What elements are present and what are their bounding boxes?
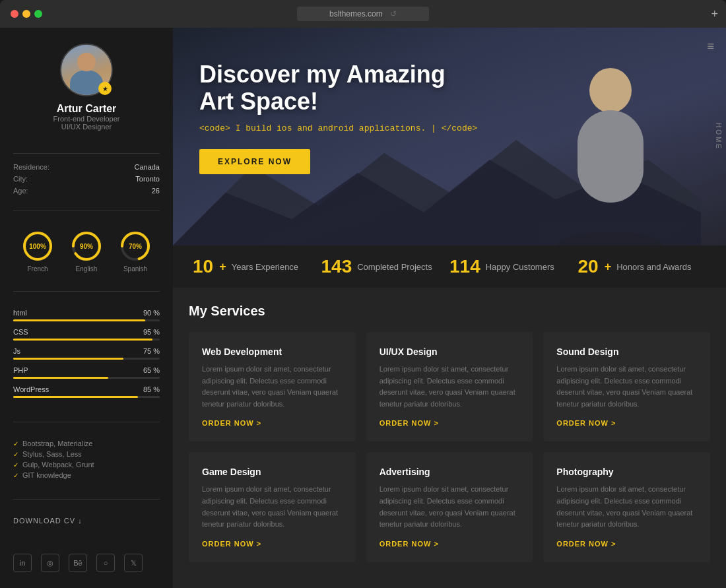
- info-table: Residence: Canada City: Toronto Age: 26: [13, 163, 160, 199]
- info-row-age: Age: 26: [13, 187, 160, 195]
- skill-item: Js 75 %: [13, 347, 160, 360]
- languages-section: 100% French 90% English 70%: [13, 230, 160, 277]
- services-section: My Services Web Development Lorem ipsum …: [173, 288, 726, 578]
- skill-bar-fill: [13, 396, 138, 398]
- url-bar[interactable]: bslthemes.com ↺: [297, 7, 429, 21]
- service-card: UI/UX Design Lorem ipsum dolor sit amet,…: [366, 332, 533, 441]
- new-tab-button[interactable]: +: [711, 7, 718, 21]
- stat-item: 143 Completed Projects: [321, 256, 450, 277]
- download-icon: ↓: [78, 517, 82, 525]
- city-label: City:: [13, 175, 28, 183]
- stat-label: Years Experience: [232, 262, 298, 272]
- service-card: Sound Design Lorem ipsum dolor sit amet,…: [543, 332, 710, 441]
- city-value: Toronto: [135, 175, 160, 183]
- home-nav-label[interactable]: HOME: [711, 117, 726, 156]
- main-content[interactable]: ≡ HOME Discover my Amazing Art Space! <c…: [173, 28, 726, 588]
- service-card-title: Advertising: [380, 467, 520, 477]
- check-icon: ✓: [13, 461, 18, 469]
- service-card: Web Development Lorem ipsum dolor sit am…: [189, 332, 356, 441]
- languages-row: 100% French 90% English 70%: [13, 230, 160, 273]
- order-now-link[interactable]: ORDER NOW >: [556, 419, 697, 427]
- lang-item: 70% Spanish: [119, 230, 152, 273]
- hero-title-line2: Art Space!: [199, 88, 318, 115]
- age-label: Age:: [13, 187, 28, 195]
- skill-item: CSS 95 %: [13, 328, 160, 341]
- language-circle: 100%: [21, 230, 54, 263]
- service-card-desc: Lorem ipsum dolor sit amet, consectetur …: [380, 484, 520, 530]
- order-now-link[interactable]: ORDER NOW >: [202, 540, 343, 548]
- check-icon: ✓: [13, 472, 18, 479]
- tech-item: ✓ Gulp, Webpack, Grunt: [13, 461, 160, 469]
- skill-item: WordPress 85 %: [13, 385, 160, 398]
- stat-number: 10: [193, 256, 213, 277]
- github-icon[interactable]: ○: [96, 554, 115, 572]
- reload-icon[interactable]: ↺: [390, 9, 397, 18]
- avatar-badge: ★: [98, 82, 112, 95]
- stat-plus: +: [219, 260, 226, 274]
- divider-4: [13, 422, 160, 422]
- check-icon: ✓: [13, 451, 18, 458]
- app-container: ★ Artur Carter Front-end Developer UI/UX…: [0, 28, 726, 588]
- age-value: 26: [152, 187, 160, 195]
- divider-3: [13, 291, 160, 292]
- order-now-link[interactable]: ORDER NOW >: [202, 419, 343, 427]
- close-button[interactable]: [11, 10, 18, 18]
- url-text: bslthemes.com: [329, 9, 383, 18]
- hero-title: Discover my Amazing Art Space!: [199, 61, 477, 115]
- lang-item: 100% French: [21, 230, 54, 273]
- hero-person: [535, 48, 686, 245]
- skill-bar-bg: [13, 396, 160, 398]
- browser-chrome: bslthemes.com ↺ +: [0, 0, 726, 28]
- language-circle: 90%: [70, 230, 103, 263]
- services-title: My Services: [189, 304, 710, 319]
- sidebar: ★ Artur Carter Front-end Developer UI/UX…: [0, 28, 173, 588]
- info-row-residence: Residence: Canada: [13, 163, 160, 171]
- instagram-icon[interactable]: ◎: [41, 554, 59, 572]
- behance-icon[interactable]: Bē: [69, 554, 87, 572]
- skill-bar-fill: [13, 339, 152, 341]
- hamburger-menu[interactable]: ≡: [704, 37, 717, 56]
- svg-point-8: [589, 68, 632, 113]
- order-now-link[interactable]: ORDER NOW >: [380, 419, 520, 427]
- tech-item: ✓ Bootstrap, Materialize: [13, 440, 160, 447]
- stats-bar: 10 + Years Experience 143 Completed Proj…: [173, 245, 726, 288]
- service-card-title: Sound Design: [556, 346, 697, 357]
- skill-bar-bg: [13, 319, 160, 321]
- stat-number: 143: [321, 256, 352, 277]
- divider-5: [13, 499, 160, 500]
- order-now-link[interactable]: ORDER NOW >: [380, 540, 520, 548]
- profile-title2: UI/UX Designer: [61, 123, 112, 131]
- linkedin-icon[interactable]: in: [13, 554, 32, 572]
- stat-label: Happy Customers: [486, 262, 554, 272]
- divider-2: [13, 211, 160, 211]
- sidebar-profile: ★ Artur Carter Front-end Developer UI/UX…: [13, 44, 160, 131]
- avatar-container: ★: [60, 44, 113, 96]
- service-card: Photography Lorem ipsum dolor sit amet, …: [543, 452, 710, 562]
- info-row-city: City: Toronto: [13, 175, 160, 183]
- service-card-title: Game Design: [202, 467, 343, 477]
- profile-title1: Front-end Developer: [53, 115, 120, 123]
- divider-1: [13, 153, 160, 154]
- maximize-button[interactable]: [34, 10, 42, 18]
- residence-value: Canada: [134, 163, 160, 171]
- twitter-icon[interactable]: 𝕏: [124, 554, 143, 572]
- residence-label: Residence:: [13, 163, 50, 171]
- profile-name: Artur Carter: [57, 103, 117, 115]
- service-card: Advertising Lorem ipsum dolor sit amet, …: [366, 452, 533, 562]
- svg-point-10: [558, 232, 663, 245]
- skill-bar-fill: [13, 358, 123, 360]
- stat-item: 10 + Years Experience: [193, 256, 321, 277]
- service-card-desc: Lorem ipsum dolor sit amet, consectetur …: [556, 484, 697, 530]
- minimize-button[interactable]: [22, 10, 30, 18]
- explore-now-button[interactable]: EXPLORE NOW: [199, 149, 310, 174]
- social-links: in ◎ Bē ○ 𝕏: [13, 554, 160, 572]
- service-card-desc: Lorem ipsum dolor sit amet, consectetur …: [556, 364, 697, 410]
- skill-bar-bg: [13, 377, 160, 379]
- stat-plus: +: [605, 260, 612, 274]
- tech-item: ✓ Stylus, Sass, Less: [13, 450, 160, 458]
- order-now-link[interactable]: ORDER NOW >: [556, 540, 697, 548]
- download-cv-button[interactable]: DOWNLOAD CV ↓: [13, 517, 160, 525]
- language-circle: 70%: [119, 230, 152, 263]
- tech-item: ✓ GIT knowledge: [13, 471, 160, 479]
- stat-number: 114: [449, 256, 480, 277]
